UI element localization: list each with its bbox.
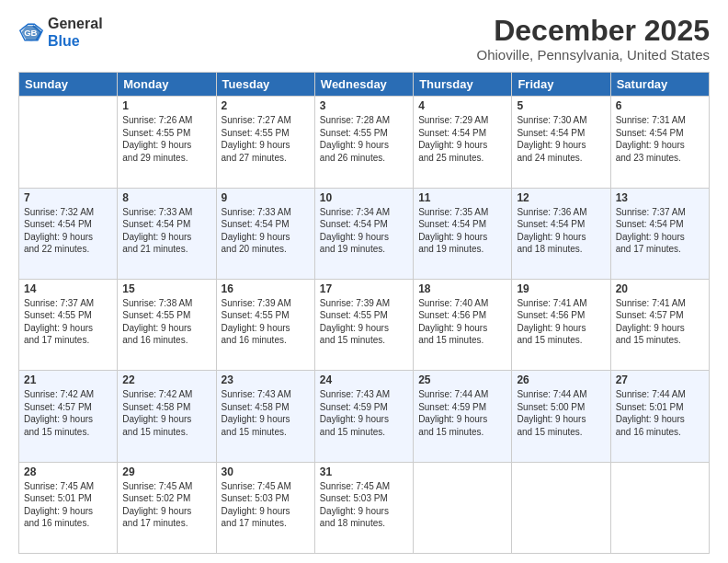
cell-details: Sunrise: 7:31 AMSunset: 4:54 PMDaylight:…: [616, 114, 704, 164]
day-number: 15: [122, 282, 210, 295]
cell-details: Sunrise: 7:34 AMSunset: 4:54 PMDaylight:…: [320, 206, 408, 256]
calendar-cell: [414, 462, 512, 553]
day-number: 5: [517, 99, 605, 112]
calendar-week-3: 14Sunrise: 7:37 AMSunset: 4:55 PMDayligh…: [19, 279, 710, 370]
calendar: Sunday Monday Tuesday Wednesday Thursday…: [18, 72, 710, 554]
calendar-cell: 21Sunrise: 7:42 AMSunset: 4:57 PMDayligh…: [19, 371, 118, 462]
cell-details: Sunrise: 7:41 AMSunset: 4:56 PMDaylight:…: [517, 297, 605, 347]
calendar-cell: [19, 97, 118, 188]
day-number: 12: [517, 191, 605, 204]
day-number: 21: [24, 373, 112, 386]
col-sunday: Sunday: [19, 73, 118, 97]
day-number: 2: [222, 99, 310, 112]
calendar-cell: 12Sunrise: 7:36 AMSunset: 4:54 PMDayligh…: [512, 188, 610, 279]
calendar-cell: 15Sunrise: 7:38 AMSunset: 4:55 PMDayligh…: [118, 279, 216, 370]
day-number: 30: [222, 465, 310, 478]
cell-details: Sunrise: 7:44 AMSunset: 4:59 PMDaylight:…: [418, 388, 506, 438]
col-wednesday: Wednesday: [314, 73, 413, 97]
calendar-cell: [610, 462, 709, 553]
cell-details: Sunrise: 7:42 AMSunset: 4:57 PMDaylight:…: [24, 388, 112, 438]
cell-details: Sunrise: 7:37 AMSunset: 4:55 PMDaylight:…: [24, 297, 112, 347]
cell-details: Sunrise: 7:33 AMSunset: 4:54 PMDaylight:…: [122, 206, 210, 256]
day-number: 19: [517, 282, 605, 295]
calendar-week-5: 28Sunrise: 7:45 AMSunset: 5:01 PMDayligh…: [19, 462, 710, 553]
day-number: 11: [418, 191, 506, 204]
logo-text: General Blue: [48, 15, 103, 50]
calendar-cell: 9Sunrise: 7:33 AMSunset: 4:54 PMDaylight…: [216, 188, 314, 279]
calendar-cell: 18Sunrise: 7:40 AMSunset: 4:56 PMDayligh…: [414, 279, 512, 370]
cell-details: Sunrise: 7:45 AMSunset: 5:01 PMDaylight:…: [24, 480, 112, 530]
calendar-cell: 8Sunrise: 7:33 AMSunset: 4:54 PMDaylight…: [118, 188, 216, 279]
day-number: 3: [320, 99, 408, 112]
cell-details: Sunrise: 7:43 AMSunset: 4:59 PMDaylight:…: [320, 388, 408, 438]
calendar-cell: 16Sunrise: 7:39 AMSunset: 4:55 PMDayligh…: [216, 279, 314, 370]
calendar-cell: 27Sunrise: 7:44 AMSunset: 5:01 PMDayligh…: [610, 371, 709, 462]
day-number: 1: [122, 99, 210, 112]
page: GB General Blue December 2025 Ohioville,…: [0, 0, 728, 563]
month-title: December 2025: [477, 15, 710, 47]
calendar-cell: 14Sunrise: 7:37 AMSunset: 4:55 PMDayligh…: [19, 279, 118, 370]
calendar-cell: 26Sunrise: 7:44 AMSunset: 5:00 PMDayligh…: [512, 371, 610, 462]
day-number: 17: [320, 282, 408, 295]
day-number: 25: [418, 373, 506, 386]
logo-general: General: [48, 16, 103, 31]
day-number: 23: [222, 373, 310, 386]
cell-details: Sunrise: 7:28 AMSunset: 4:55 PMDaylight:…: [320, 114, 408, 164]
cell-details: Sunrise: 7:40 AMSunset: 4:56 PMDaylight:…: [418, 297, 506, 347]
day-number: 10: [320, 191, 408, 204]
day-number: 9: [222, 191, 310, 204]
cell-details: Sunrise: 7:39 AMSunset: 4:55 PMDaylight:…: [222, 297, 310, 347]
day-number: 4: [418, 99, 506, 112]
cell-details: Sunrise: 7:41 AMSunset: 4:57 PMDaylight:…: [616, 297, 704, 347]
day-number: 6: [616, 99, 704, 112]
day-number: 24: [320, 373, 408, 386]
day-number: 26: [517, 373, 605, 386]
calendar-cell: 17Sunrise: 7:39 AMSunset: 4:55 PMDayligh…: [314, 279, 413, 370]
col-friday: Friday: [512, 73, 610, 97]
cell-details: Sunrise: 7:36 AMSunset: 4:54 PMDaylight:…: [517, 206, 605, 256]
day-number: 20: [616, 282, 704, 295]
calendar-cell: 28Sunrise: 7:45 AMSunset: 5:01 PMDayligh…: [19, 462, 118, 553]
col-thursday: Thursday: [414, 73, 512, 97]
cell-details: Sunrise: 7:35 AMSunset: 4:54 PMDaylight:…: [418, 206, 506, 256]
calendar-cell: 23Sunrise: 7:43 AMSunset: 4:58 PMDayligh…: [216, 371, 314, 462]
calendar-cell: 5Sunrise: 7:30 AMSunset: 4:54 PMDaylight…: [512, 97, 610, 188]
calendar-cell: 3Sunrise: 7:28 AMSunset: 4:55 PMDaylight…: [314, 97, 413, 188]
calendar-cell: 4Sunrise: 7:29 AMSunset: 4:54 PMDaylight…: [414, 97, 512, 188]
cell-details: Sunrise: 7:39 AMSunset: 4:55 PMDaylight:…: [320, 297, 408, 347]
calendar-header-row: Sunday Monday Tuesday Wednesday Thursday…: [19, 73, 710, 97]
day-number: 16: [222, 282, 310, 295]
day-number: 22: [122, 373, 210, 386]
calendar-cell: 6Sunrise: 7:31 AMSunset: 4:54 PMDaylight…: [610, 97, 709, 188]
cell-details: Sunrise: 7:45 AMSunset: 5:02 PMDaylight:…: [122, 480, 210, 530]
subtitle: Ohioville, Pennsylvania, United States: [477, 47, 710, 63]
calendar-cell: 29Sunrise: 7:45 AMSunset: 5:02 PMDayligh…: [118, 462, 216, 553]
calendar-cell: 10Sunrise: 7:34 AMSunset: 4:54 PMDayligh…: [314, 188, 413, 279]
day-number: 31: [320, 465, 408, 478]
calendar-cell: 20Sunrise: 7:41 AMSunset: 4:57 PMDayligh…: [610, 279, 709, 370]
calendar-cell: 7Sunrise: 7:32 AMSunset: 4:54 PMDaylight…: [19, 188, 118, 279]
logo-blue: Blue: [48, 33, 80, 49]
cell-details: Sunrise: 7:45 AMSunset: 5:03 PMDaylight:…: [222, 480, 310, 530]
calendar-cell: 19Sunrise: 7:41 AMSunset: 4:56 PMDayligh…: [512, 279, 610, 370]
col-saturday: Saturday: [610, 73, 709, 97]
calendar-cell: 25Sunrise: 7:44 AMSunset: 4:59 PMDayligh…: [414, 371, 512, 462]
calendar-cell: 22Sunrise: 7:42 AMSunset: 4:58 PMDayligh…: [118, 371, 216, 462]
logo-text-block: General Blue: [48, 15, 103, 50]
logo-icon: GB: [18, 19, 44, 45]
cell-details: Sunrise: 7:26 AMSunset: 4:55 PMDaylight:…: [122, 114, 210, 164]
cell-details: Sunrise: 7:44 AMSunset: 5:01 PMDaylight:…: [616, 388, 704, 438]
calendar-cell: 31Sunrise: 7:45 AMSunset: 5:03 PMDayligh…: [314, 462, 413, 553]
cell-details: Sunrise: 7:43 AMSunset: 4:58 PMDaylight:…: [222, 388, 310, 438]
calendar-cell: 24Sunrise: 7:43 AMSunset: 4:59 PMDayligh…: [314, 371, 413, 462]
col-monday: Monday: [118, 73, 216, 97]
logo: GB General Blue: [18, 15, 103, 50]
day-number: 27: [616, 373, 704, 386]
calendar-week-4: 21Sunrise: 7:42 AMSunset: 4:57 PMDayligh…: [19, 371, 710, 462]
calendar-week-1: 1Sunrise: 7:26 AMSunset: 4:55 PMDaylight…: [19, 97, 710, 188]
day-number: 8: [122, 191, 210, 204]
day-number: 28: [24, 465, 112, 478]
col-tuesday: Tuesday: [216, 73, 314, 97]
day-number: 29: [122, 465, 210, 478]
cell-details: Sunrise: 7:32 AMSunset: 4:54 PMDaylight:…: [24, 206, 112, 256]
